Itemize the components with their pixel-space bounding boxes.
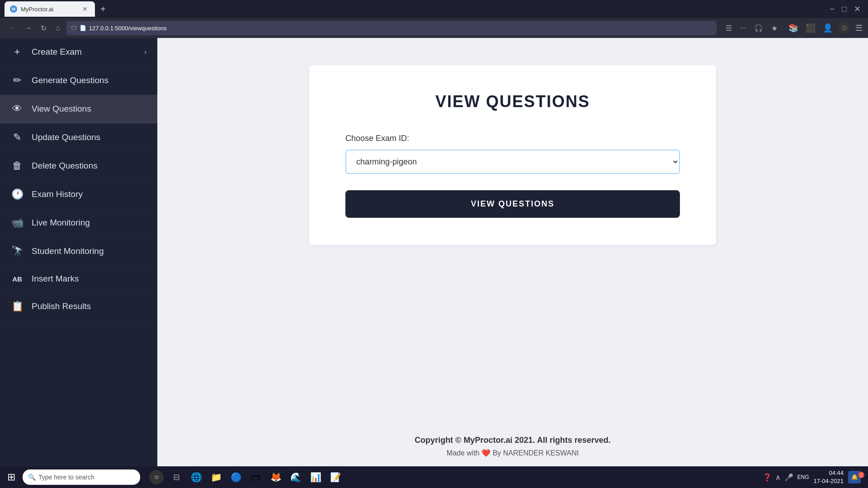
sidebar-label-live-monitoring: Live Monitoring xyxy=(32,218,90,228)
sidebar-label-insert-marks: Insert Marks xyxy=(32,274,79,284)
sidebar-item-insert-marks[interactable]: AB Insert Marks xyxy=(0,266,157,292)
profile-icon[interactable]: 👤 xyxy=(821,21,835,35)
sidebar-label-delete-questions: Delete Questions xyxy=(32,161,98,171)
taskbar-search-bar[interactable]: 🔍 Type here to search xyxy=(23,469,140,485)
help-icon[interactable]: ❓ xyxy=(763,473,772,482)
notification-area[interactable]: 🔔 2 xyxy=(848,471,864,483)
hamburger-menu[interactable]: ☰ xyxy=(855,23,863,33)
insert-marks-icon: AB xyxy=(11,275,24,283)
extensions: 📚 ⬛ 👤 ⚫ xyxy=(787,21,850,35)
extension-icon[interactable]: ⚫ xyxy=(838,22,850,34)
tab-close-button[interactable]: ✕ xyxy=(80,5,90,14)
toolbar-icons: ☰ ··· 🎧 ★ xyxy=(724,22,779,34)
view-questions-card: VIEW QUESTIONS Choose Exam ID: charming-… xyxy=(309,65,716,245)
taskbar-cortana-icon[interactable]: ○ xyxy=(149,470,164,484)
taskbar-search-placeholder: Type here to search xyxy=(38,474,94,481)
mic-icon[interactable]: 🎤 xyxy=(784,473,793,482)
tray-time-value: 04:44 xyxy=(814,469,844,477)
exam-id-select[interactable]: charming-pigeon option-2 option-3 xyxy=(345,150,680,174)
chevron-up-icon[interactable]: ∧ xyxy=(775,473,781,482)
reader-icon[interactable]: ☰ xyxy=(724,22,734,34)
page-area: VIEW QUESTIONS Choose Exam ID: charming-… xyxy=(157,38,868,466)
taskbar-powerpoint-icon[interactable]: 📊 xyxy=(308,470,323,484)
url-text: 127.0.0.1:5000/viewquestions xyxy=(89,25,712,32)
back-button[interactable]: ← xyxy=(5,22,18,34)
update-questions-icon: ✎ xyxy=(11,131,24,143)
taskbar: ⊞ 🔍 Type here to search ○ ⊟ 🌐 📁 🔵 🗃 🦊 🌊 xyxy=(0,466,868,488)
pocket-icon[interactable]: 🎧 xyxy=(752,22,765,34)
delete-questions-icon: 🗑 xyxy=(11,160,24,172)
sidebar-item-generate-questions[interactable]: ✏ Generate Questions xyxy=(0,66,157,95)
sidebar-item-live-monitoring[interactable]: 📹 Live Monitoring xyxy=(0,209,157,237)
security-icon: 🛡 xyxy=(71,25,77,32)
sidebar-label-view-questions: View Questions xyxy=(32,104,91,114)
expand-arrow-icon: › xyxy=(144,48,146,56)
sidebar-label-exam-history: Exam History xyxy=(32,189,83,199)
view-questions-button[interactable]: VIEW QUESTIONS xyxy=(345,190,680,218)
copyright-text: Copyright © MyProctor.ai 2021. All right… xyxy=(166,436,859,445)
minimize-button[interactable]: − xyxy=(827,2,838,16)
taskbar-task-view-icon[interactable]: ⊟ xyxy=(169,470,184,484)
library-icon[interactable]: 📚 xyxy=(787,21,800,35)
sync-icon[interactable]: ⬛ xyxy=(804,21,817,35)
notification-badge: 2 xyxy=(858,472,864,478)
taskbar-app-icons: ○ ⊟ 🌐 📁 🔵 🗃 🦊 🌊 📊 📝 xyxy=(149,470,343,484)
sidebar-item-publish-results[interactable]: 📋 Publish Results xyxy=(0,292,157,321)
page-inner: VIEW QUESTIONS Choose Exam ID: charming-… xyxy=(157,38,868,413)
window-controls: − □ ✕ xyxy=(827,2,863,16)
reload-button[interactable]: ↻ xyxy=(38,22,49,34)
taskbar-firefox-icon[interactable]: 🦊 xyxy=(269,470,283,484)
exam-id-label: Choose Exam ID: xyxy=(345,134,680,143)
tray-clock[interactable]: 04:44 17-04-2021 xyxy=(814,469,844,485)
system-tray: ❓ ∧ 🎤 ENG 04:44 17-04-2021 🔔 2 xyxy=(763,469,864,485)
lang-indicator[interactable]: ENG xyxy=(797,474,809,480)
sidebar-item-student-monitoring[interactable]: 🔭 Student Monitoring xyxy=(0,237,157,266)
bookmark-icon[interactable]: ★ xyxy=(769,22,779,34)
author-text: By NARENDER KESWANI xyxy=(493,449,579,457)
sidebar-item-delete-questions[interactable]: 🗑 Delete Questions xyxy=(0,152,157,180)
new-tab-button[interactable]: + xyxy=(97,4,109,14)
browser-chrome: M MyProctor.ai ✕ + − □ ✕ ← → ↻ ⌂ 🛡 📄 127… xyxy=(0,0,868,38)
live-monitoring-icon: 📹 xyxy=(11,217,24,229)
taskbar-browser-icon[interactable]: 🌐 xyxy=(189,470,203,484)
made-with-text: Made with ❤️ By NARENDER KESWANI xyxy=(166,449,859,457)
publish-results-icon: 📋 xyxy=(11,300,24,312)
heart-icon: ❤️ xyxy=(481,449,491,457)
sidebar-item-exam-history[interactable]: 🕐 Exam History xyxy=(0,180,157,209)
more-icon[interactable]: ··· xyxy=(738,22,748,34)
sidebar-label-update-questions: Update Questions xyxy=(32,132,100,142)
home-button[interactable]: ⌂ xyxy=(53,22,63,34)
page-title: VIEW QUESTIONS xyxy=(345,92,680,111)
url-bar[interactable]: 🛡 📄 127.0.0.1:5000/viewquestions xyxy=(66,21,717,35)
generate-questions-icon: ✏ xyxy=(11,75,24,86)
create-exam-icon: + xyxy=(11,46,24,58)
main-layout: + Create Exam › ✏ Generate Questions 👁 V… xyxy=(0,38,868,466)
sidebar-label-student-monitoring: Student Monitoring xyxy=(32,246,104,256)
maximize-button[interactable]: □ xyxy=(839,2,849,16)
page-icon: 📄 xyxy=(80,25,86,31)
exam-history-icon: 🕐 xyxy=(11,188,24,200)
taskbar-search-icon: 🔍 xyxy=(28,474,36,481)
sidebar-item-update-questions[interactable]: ✎ Update Questions xyxy=(0,123,157,152)
taskbar-folder-icon[interactable]: 📁 xyxy=(209,470,223,484)
sidebar: + Create Exam › ✏ Generate Questions 👁 V… xyxy=(0,38,157,466)
close-button[interactable]: ✕ xyxy=(851,2,863,16)
taskbar-store-icon[interactable]: 🗃 xyxy=(249,470,263,484)
sidebar-label-publish-results: Publish Results xyxy=(32,301,91,311)
tab-favicon: M xyxy=(10,5,17,13)
sidebar-item-view-questions[interactable]: 👁 View Questions xyxy=(0,95,157,123)
student-monitoring-icon: 🔭 xyxy=(11,245,24,257)
active-tab[interactable]: M MyProctor.ai ✕ xyxy=(5,1,95,17)
forward-button[interactable]: → xyxy=(22,22,34,34)
tab-bar: M MyProctor.ai ✕ + − □ ✕ xyxy=(0,0,868,18)
footer: Copyright © MyProctor.ai 2021. All right… xyxy=(157,413,868,466)
made-with-label: Made with xyxy=(447,449,480,457)
view-questions-icon: 👁 xyxy=(11,103,24,115)
taskbar-chrome-icon[interactable]: 🔵 xyxy=(229,470,243,484)
exam-id-group: Choose Exam ID: charming-pigeon option-2… xyxy=(345,134,680,174)
taskbar-word-icon[interactable]: 📝 xyxy=(328,470,343,484)
sidebar-item-create-exam[interactable]: + Create Exam › xyxy=(0,38,157,66)
taskbar-edge-icon[interactable]: 🌊 xyxy=(288,470,303,484)
sidebar-label-generate-questions: Generate Questions xyxy=(32,75,108,85)
start-button[interactable]: ⊞ xyxy=(4,469,19,485)
